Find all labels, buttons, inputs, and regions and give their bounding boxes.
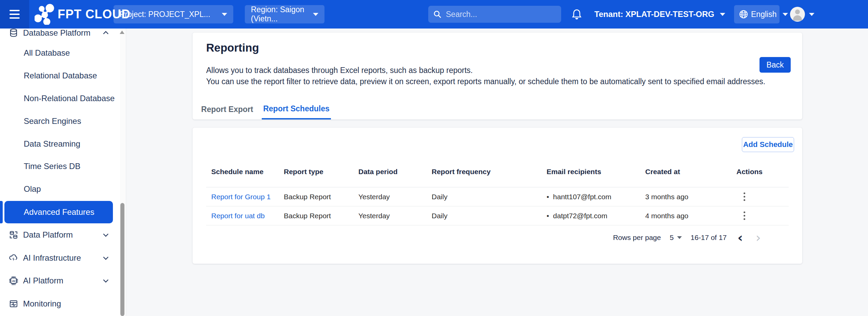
region-selector[interactable]: Region: Saigon (Vietn... [245,5,324,23]
project-selector[interactable]: Project: PROJECT_XPL... [114,5,233,23]
tenant-selector-label: Tenant: XPLAT-DEV-TEST-ORG [594,10,714,19]
report-type-value: Backup Report [284,212,358,220]
data-platform-icon [9,230,18,240]
sidebar-item-advanced-features[interactable]: Advanced Features [4,201,113,223]
report-type-value: Backup Report [284,193,358,201]
search-input[interactable] [446,10,548,19]
chevron-down-icon [102,254,110,262]
created-at-value: 3 months ago [645,193,736,201]
rows-per-page-label: Rows per page [613,234,661,242]
sidebar-item-label: AI Platform [23,276,63,285]
sidebar-item-ai-infrastructure[interactable]: AI Infrastructure [0,248,126,267]
table-header-row: Schedule name Report type Data period Re… [206,156,789,187]
report-frequency-value: Daily [432,212,547,220]
sidebar-item-label: Data Platform [23,230,73,240]
search-icon [433,10,442,19]
caret-down-icon [783,13,788,16]
language-selector[interactable]: English [734,5,780,23]
sidebar-item-label: Time Series DB [24,162,80,171]
data-period-value: Yesterday [358,212,432,220]
email-recipient-value: hantt107@fpt.com [547,193,645,201]
user-account-menu[interactable] [790,0,814,29]
next-page-button[interactable]: › [754,231,763,244]
page-description-line1: Allows you to track databases through Ex… [206,66,473,75]
schedule-name-link[interactable]: Report for Group 1 [211,193,271,201]
sidebar-item-non-relational-database[interactable]: Non-Relational Database [0,89,126,108]
chevron-down-icon [102,277,110,285]
caret-down-icon [222,13,227,16]
caret-down-icon [720,13,725,16]
report-frequency-value: Daily [432,193,547,201]
page-title: Reporting [206,41,259,54]
scrollbar-thumb[interactable] [120,203,124,316]
sidebar-item-label: Non-Relational Database [24,94,115,103]
column-header-schedule-name: Schedule name [206,168,284,176]
language-selector-label: English [751,10,776,19]
reporting-header-card: Reporting Allows you to track databases … [193,33,802,119]
sidebar-item-label: Data Streaming [24,139,80,149]
column-header-created-at: Created at [645,168,736,176]
rows-per-page-select[interactable]: 5 [670,234,682,242]
page-description-line2: You can use the report filter to retriev… [206,77,765,86]
sidebar-item-monitoring[interactable]: Monitoring [0,294,126,313]
hamburger-menu-icon[interactable] [0,0,29,29]
caret-down-icon [809,13,814,16]
column-header-email-recipients: Email recipients [547,168,645,176]
sidebar-item-label: Advanced Features [24,207,94,217]
sidebar-item-label: Search Engines [24,116,81,126]
row-actions-kebab-icon[interactable] [738,209,750,223]
sidebar-group-label: Database Platform [23,29,91,38]
active-item-indicator [0,201,3,223]
row-actions-kebab-icon[interactable] [738,190,750,204]
tenant-selector[interactable]: Tenant: XPLAT-DEV-TEST-ORG [594,0,725,29]
back-button[interactable]: Back [760,57,791,73]
add-schedule-button[interactable]: Add Schedule [742,137,794,152]
sidebar-group-database-platform[interactable]: Database Platform [0,29,126,42]
report-schedules-card: Add Schedule Schedule name Report type D… [193,128,802,264]
sidebar-item-ai-platform[interactable]: AI AI Platform [0,271,126,290]
table-pagination: Rows per page 5 16-17 of 17 ‹ › [613,229,763,246]
previous-page-button[interactable]: ‹ [735,231,745,244]
chevron-down-icon [102,231,110,239]
notification-bell-icon[interactable] [571,8,583,20]
database-icon [9,29,18,38]
monitoring-icon [9,299,18,309]
sidebar-item-olap[interactable]: Olap [0,180,126,199]
tab-report-schedules[interactable]: Report Schedules [262,99,331,119]
chevron-up-icon [102,29,110,37]
molecule-logo-icon [35,4,54,25]
report-tabs: Report Export Report Schedules [193,99,331,119]
sidebar-item-label: AI Infrastructure [23,253,81,263]
table-row: Report for uat db Backup Report Yesterda… [206,206,789,225]
sidebar-item-data-platform[interactable]: Data Platform [0,225,126,244]
pagination-range-label: 16-17 of 17 [691,234,727,242]
region-selector-label: Region: Saigon (Vietn... [251,5,307,23]
sidebar-scrollbar[interactable] [120,29,125,316]
column-header-data-period: Data period [358,168,432,176]
svg-text:AI: AI [12,279,15,283]
scrollbar-up-arrow-icon[interactable] [120,31,124,34]
avatar [790,7,805,22]
column-header-report-type: Report type [284,168,358,176]
schedules-table: Schedule name Report type Data period Re… [206,156,789,225]
tab-report-export[interactable]: Report Export [193,99,262,119]
cloud-bolt-icon [9,253,18,263]
globe-icon [739,10,748,19]
created-at-value: 4 months ago [645,212,736,220]
schedule-name-link[interactable]: Report for uat db [211,212,265,220]
top-navigation-bar: FPT CLOUD Project: PROJECT_XPL... Region… [0,0,868,29]
global-search [428,6,561,23]
caret-down-icon [313,13,318,16]
sidebar-item-label: Olap [24,184,41,194]
data-period-value: Yesterday [358,193,432,201]
column-header-report-frequency: Report frequency [432,168,547,176]
project-selector-label: Project: PROJECT_XPL... [120,10,210,19]
ai-chip-icon: AI [9,276,18,285]
table-row: Report for Group 1 Backup Report Yesterd… [206,187,789,206]
sidebar-item-relational-database[interactable]: Relational Database [0,66,126,85]
sidebar-item-time-series-db[interactable]: Time Series DB [0,157,126,176]
sidebar-item-data-streaming[interactable]: Data Streaming [0,134,126,153]
sidebar-item-all-database[interactable]: All Database [0,43,126,62]
sidebar: Database Platform All Database Relationa… [0,29,126,316]
sidebar-item-search-engines[interactable]: Search Engines [0,112,126,131]
